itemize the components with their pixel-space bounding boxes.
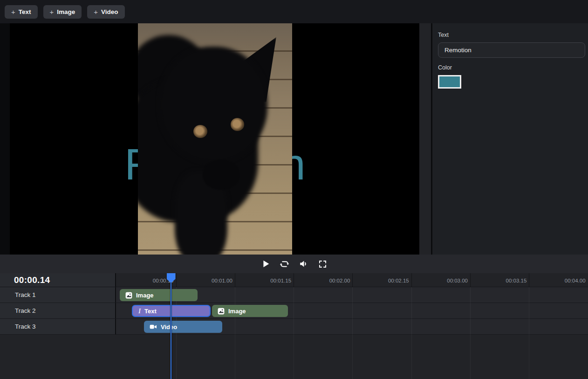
track-3-label: Track 3 <box>15 323 36 330</box>
preview-area: Remotion <box>0 23 431 255</box>
inspector-panel: Text Color <box>431 23 588 255</box>
add-image-button[interactable]: + Image <box>43 5 82 19</box>
ruler-label: 00:04.00 <box>544 273 586 287</box>
track-row: Track 1 Image <box>0 287 588 303</box>
fullscreen-button[interactable] <box>317 258 328 269</box>
color-swatch[interactable] <box>438 75 461 89</box>
add-video-button[interactable]: + Video <box>87 5 124 19</box>
dog-art-shape <box>203 160 239 190</box>
ruler-label: 00:01.15 <box>249 273 291 287</box>
track-1-label: Track 1 <box>15 291 36 298</box>
text-input[interactable] <box>438 42 585 58</box>
timeline-clip-text[interactable]: IText <box>132 305 211 317</box>
loop-icon <box>279 259 290 269</box>
volume-button[interactable] <box>298 258 309 269</box>
dog-art-shape <box>159 47 267 162</box>
stage: Remotion Text Color <box>0 23 588 255</box>
preview-canvas: Remotion <box>10 23 419 255</box>
plus-icon: + <box>50 8 54 16</box>
image-icon <box>218 308 225 315</box>
play-icon <box>260 259 271 269</box>
clip-label: Text <box>144 308 157 315</box>
clip-label: Video <box>161 324 177 331</box>
timeline-ruler[interactable]: 00:00.14 00:00.1500:01.0000:01.1500:02.0… <box>0 273 588 287</box>
add-text-label: Text <box>19 8 31 15</box>
ruler-label: 00:02.15 <box>367 273 409 287</box>
track-3-header: Track 3 <box>0 319 116 334</box>
ruler-label: 00:03.00 <box>426 273 468 287</box>
text-field-label: Text <box>438 32 585 38</box>
image-icon <box>125 292 132 299</box>
clip-label: Image <box>136 292 154 299</box>
track-row: Track 2 ITextImage <box>0 303 588 319</box>
timeline: 00:00.14 00:00.1500:01.0000:01.1500:02.0… <box>0 273 588 379</box>
preview-gutter <box>419 23 431 255</box>
add-text-button[interactable]: + Text <box>5 5 38 19</box>
toolbar: + Text + Image + Video <box>0 0 588 23</box>
text-icon: I <box>138 308 141 315</box>
fullscreen-icon <box>318 259 328 269</box>
loop-button[interactable] <box>279 258 290 269</box>
track-2-header: Track 2 <box>0 303 116 318</box>
play-button[interactable] <box>260 258 271 269</box>
plus-icon: + <box>94 8 98 16</box>
dog-art-shape <box>231 118 245 131</box>
dog-art-shape <box>193 125 207 138</box>
plus-icon: + <box>11 8 15 16</box>
track-row: Track 3 Video <box>0 319 588 335</box>
add-image-label: Image <box>57 8 75 15</box>
timecode-cell: 00:00.14 <box>0 273 116 287</box>
ruler-label: 00:02.00 <box>308 273 350 287</box>
dog-photo <box>138 23 292 255</box>
timeline-clip-video[interactable]: Video <box>144 321 222 333</box>
track-2-label: Track 2 <box>15 307 36 314</box>
timeline-clip-image[interactable]: Image <box>212 305 288 317</box>
color-field-label: Color <box>438 64 585 71</box>
track-1-header: Track 1 <box>0 287 116 303</box>
player-controls <box>0 255 588 273</box>
video-icon <box>150 323 157 331</box>
add-video-label: Video <box>101 8 118 15</box>
ruler-label: 00:01.00 <box>191 273 232 287</box>
timeline-clip-image[interactable]: Image <box>120 289 198 301</box>
ruler-label: 00:03.15 <box>485 273 526 287</box>
volume-icon <box>299 259 309 269</box>
video-editor-app: + Text + Image + Video Remotion <box>0 0 588 379</box>
current-timecode: 00:00.14 <box>14 275 50 285</box>
clip-label: Image <box>228 308 246 315</box>
